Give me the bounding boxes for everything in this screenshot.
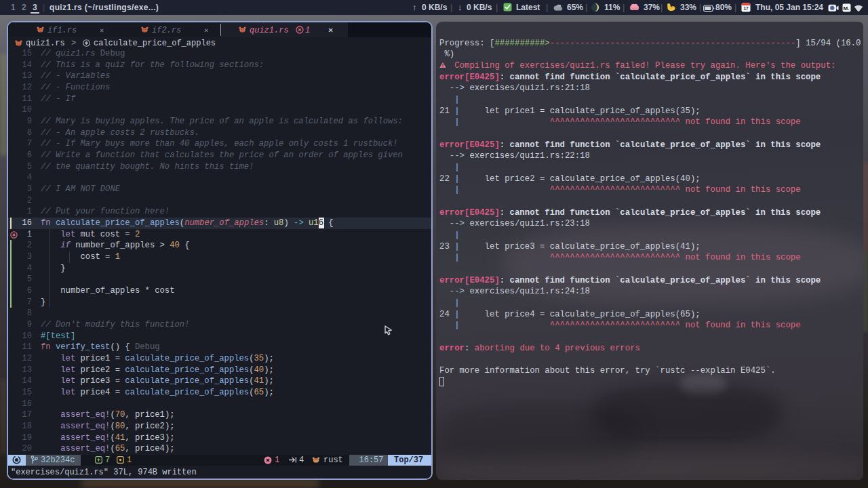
svg-text:M.: M.: [844, 5, 850, 11]
svg-text:17: 17: [743, 6, 749, 11]
